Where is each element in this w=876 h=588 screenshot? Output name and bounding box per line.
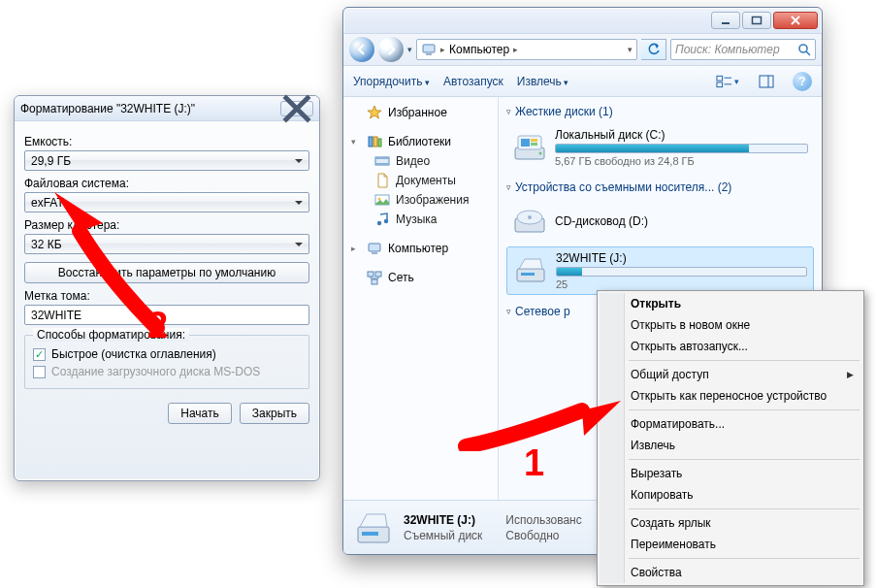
nav-back-button[interactable]: [349, 37, 374, 62]
search-input[interactable]: Поиск: Компьютер: [670, 39, 816, 60]
status-free-label: Свободно: [505, 529, 581, 542]
svg-rect-37: [521, 273, 535, 276]
ctx-open-autoplay[interactable]: Открыть автозапуск...: [600, 336, 861, 357]
filesystem-combo[interactable]: exFAT: [24, 192, 309, 212]
ctx-create-shortcut[interactable]: Создать ярлык: [600, 512, 861, 534]
ctx-share[interactable]: Общий доступ▶: [600, 364, 861, 385]
window-close-button[interactable]: [773, 12, 818, 29]
tree-favorites[interactable]: Избранное: [347, 103, 494, 122]
computer-icon: [421, 42, 437, 57]
drive-j-label: 32WHITE (J:): [556, 251, 807, 265]
format-methods-group: Способы форматирования: Быстрое (очистка…: [24, 335, 309, 389]
svg-rect-25: [375, 272, 381, 277]
breadcrumb-computer[interactable]: Компьютер: [449, 43, 509, 56]
capacity-combo[interactable]: 29,9 ГБ: [24, 150, 309, 171]
svg-point-32: [539, 152, 542, 155]
search-icon: [797, 43, 811, 56]
tree-computer[interactable]: ▸ Компьютер: [347, 239, 494, 258]
capacity-label: Емкость:: [24, 135, 309, 148]
chevron-down-icon: ▿: [506, 182, 511, 192]
tree-music[interactable]: Музыка: [347, 210, 494, 229]
tree-images[interactable]: Изображения: [347, 190, 494, 210]
svg-rect-7: [717, 82, 723, 86]
drive-context-menu: Открыть Открыть в новом окне Открыть авт…: [597, 290, 864, 586]
chevron-down-icon: ▿: [506, 307, 511, 316]
quick-format-checkbox[interactable]: Быстрое (очистка оглавления): [33, 347, 301, 361]
tree-libraries[interactable]: ▾ Библиотеки: [347, 132, 494, 151]
chevron-down-icon: ▾: [351, 137, 361, 147]
start-button[interactable]: Начать: [168, 403, 232, 424]
ctx-cut[interactable]: Вырезать: [600, 463, 861, 484]
ctx-copy[interactable]: Копировать: [600, 484, 861, 506]
hdd-icon: [512, 130, 547, 165]
checkbox-icon: [33, 366, 46, 378]
drive-c-sub: 5,67 ГБ свободно из 24,8 ГБ: [555, 155, 808, 167]
drive-j-usage-bar: [556, 267, 807, 277]
svg-rect-1: [753, 17, 762, 24]
network-icon: [367, 270, 382, 285]
cluster-label: Размер кластера:: [24, 218, 309, 232]
video-icon: [374, 153, 390, 169]
restore-defaults-button[interactable]: Восстановить параметры по умолчанию: [24, 262, 309, 283]
category-hdd[interactable]: ▿Жесткие диски (1): [506, 105, 814, 118]
organize-menu[interactable]: Упорядочить: [353, 75, 430, 88]
address-bar[interactable]: ▸ Компьютер ▸ ▾: [416, 39, 637, 60]
svg-rect-22: [369, 244, 380, 251]
preview-pane-button[interactable]: [754, 71, 779, 92]
chevron-right-icon: ▸: [440, 45, 445, 54]
help-button[interactable]: ?: [793, 72, 812, 91]
nav-forward-button[interactable]: [378, 37, 404, 62]
star-icon: [367, 105, 382, 120]
ctx-eject[interactable]: Извлечь: [600, 435, 861, 456]
dialog-close-button[interactable]: [280, 101, 313, 116]
ctx-properties[interactable]: Свойства: [600, 562, 861, 583]
format-dialog: Форматирование "32WHITE (J:)" Емкость: 2…: [14, 95, 320, 481]
svg-point-35: [528, 215, 532, 219]
tree-documents[interactable]: Документы: [347, 171, 494, 190]
tree-video[interactable]: Видео: [347, 151, 494, 171]
ctx-format[interactable]: Форматировать...: [600, 413, 861, 435]
ctx-rename[interactable]: Переименовать: [600, 534, 861, 555]
drive-c-label: Локальный диск (C:): [555, 128, 808, 142]
image-icon: [374, 192, 390, 208]
refresh-button[interactable]: [641, 39, 666, 60]
svg-rect-16: [375, 157, 389, 159]
drive-d[interactable]: CD-дисковод (D:): [506, 200, 814, 243]
filesystem-label: Файловая система:: [24, 177, 309, 190]
ctx-portable-device[interactable]: Открыть как переносное устройство: [600, 385, 861, 407]
maximize-button[interactable]: [742, 12, 771, 29]
address-dropdown[interactable]: ▾: [628, 45, 633, 54]
view-mode-button[interactable]: ▾: [715, 71, 740, 92]
svg-rect-2: [423, 45, 435, 52]
svg-rect-0: [722, 22, 730, 24]
msdos-boot-checkbox: Создание загрузочного диска MS-DOS: [33, 365, 301, 378]
svg-rect-10: [760, 76, 773, 87]
drive-c[interactable]: Локальный диск (C:) 5,67 ГБ свободно из …: [506, 124, 814, 171]
tree-network[interactable]: Сеть: [347, 268, 494, 287]
svg-rect-3: [426, 53, 432, 55]
status-type: Съемный диск: [404, 529, 482, 542]
removable-drive-icon: [513, 253, 548, 288]
svg-point-4: [799, 45, 807, 52]
drive-j[interactable]: 32WHITE (J:) 25: [506, 246, 814, 295]
chevron-right-icon: ▸: [513, 45, 518, 54]
close-button[interactable]: Закрыть: [240, 403, 309, 424]
eject-menu[interactable]: Извлечь: [517, 75, 569, 88]
dialog-title: Форматирование "32WHITE (J:)": [20, 96, 280, 121]
svg-rect-13: [373, 137, 377, 147]
ctx-open-new-window[interactable]: Открыть в новом окне: [600, 314, 861, 336]
volume-input[interactable]: 32WHITE: [24, 305, 309, 325]
cluster-combo[interactable]: 32 КБ: [24, 234, 309, 254]
svg-rect-31: [531, 143, 537, 146]
chevron-down-icon: ▿: [506, 107, 511, 116]
autoplay-button[interactable]: Автозапуск: [443, 75, 503, 88]
status-name: 32WHITE (J:): [404, 513, 482, 527]
minimize-button[interactable]: [711, 12, 740, 29]
libraries-icon: [367, 134, 382, 149]
category-removable[interactable]: ▿Устройства со съемными носителя... (2): [506, 180, 814, 194]
ctx-open[interactable]: Открыть: [600, 293, 861, 314]
document-icon: [374, 173, 390, 188]
svg-rect-24: [368, 272, 373, 277]
nav-history-dropdown[interactable]: ▾: [407, 45, 412, 54]
drive-j-sub: 25: [556, 278, 807, 290]
